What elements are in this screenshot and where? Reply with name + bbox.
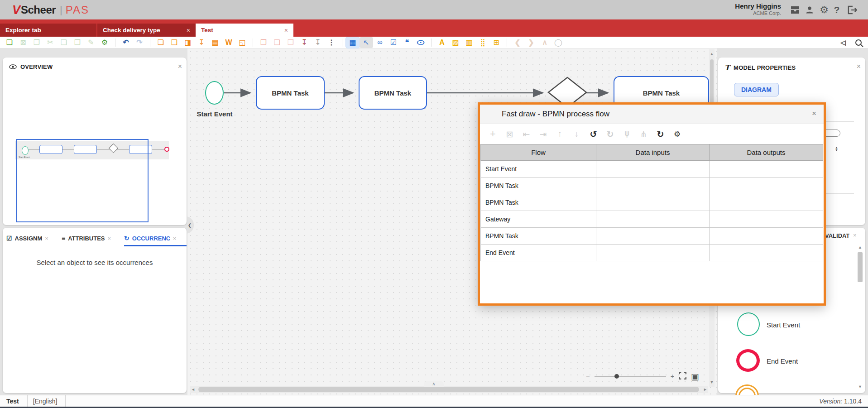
clear-icon[interactable]: ◯ bbox=[551, 37, 565, 48]
branch-icon[interactable]: ⋔ bbox=[619, 129, 635, 139]
move-down-icon[interactable]: ↓ bbox=[568, 129, 585, 139]
zoom-out-icon[interactable]: − bbox=[586, 373, 590, 380]
scroll-right-icon[interactable]: ► bbox=[703, 386, 707, 393]
close-panel-icon[interactable]: × bbox=[857, 62, 861, 71]
data-outputs-cell[interactable] bbox=[710, 194, 823, 211]
model-settings-icon[interactable]: ⚙ bbox=[98, 37, 111, 48]
tab-occurrences[interactable]: ↻ OCCURRENC × bbox=[124, 231, 183, 245]
export-report-icon[interactable]: ❑ bbox=[168, 37, 181, 48]
print-icon[interactable]: ▤ bbox=[208, 37, 222, 48]
zoom-in-icon[interactable]: + bbox=[671, 373, 674, 380]
flip-icon[interactable]: ◨ bbox=[181, 37, 195, 48]
copy-icon[interactable]: ❐ bbox=[30, 37, 43, 48]
collapse-bottom-handle[interactable]: ∧ bbox=[424, 381, 444, 387]
scroll-up-icon[interactable]: ▲ bbox=[709, 51, 715, 57]
help-icon[interactable]: ? bbox=[831, 4, 843, 16]
outdent-icon[interactable]: ⇤ bbox=[518, 129, 535, 139]
table-row[interactable]: End Event bbox=[481, 245, 823, 261]
data-inputs-cell[interactable] bbox=[596, 161, 710, 178]
grid-view-icon[interactable]: ▦ bbox=[346, 37, 360, 48]
redo-icon[interactable]: ↻ bbox=[602, 129, 619, 139]
column-header-data-inputs[interactable]: Data inputs bbox=[596, 144, 710, 161]
close-panel-icon[interactable]: × bbox=[178, 62, 182, 71]
table-row[interactable]: BPMN Task bbox=[481, 228, 823, 245]
data-outputs-cell[interactable] bbox=[710, 245, 823, 261]
user-account-icon[interactable] bbox=[804, 4, 815, 16]
bpmn-task-1[interactable]: BPMN Task bbox=[256, 76, 325, 110]
bpmn-task-2[interactable]: BPMN Task bbox=[359, 76, 427, 110]
undo-icon[interactable]: ↺ bbox=[585, 129, 602, 139]
settings-gear-icon[interactable]: ⚙ bbox=[818, 4, 830, 16]
nav-right-icon[interactable]: ❯ bbox=[524, 37, 538, 48]
data-outputs-cell[interactable] bbox=[710, 228, 823, 245]
insert-table-icon[interactable]: ⊞ bbox=[489, 37, 503, 48]
collapse-sidebar-icon[interactable]: ◁ bbox=[836, 37, 850, 48]
settings-icon[interactable]: ⚙ bbox=[669, 130, 686, 139]
column-header-flow[interactable]: Flow bbox=[481, 144, 596, 161]
zoom-slider[interactable] bbox=[595, 376, 666, 377]
logout-icon[interactable] bbox=[846, 4, 858, 16]
image-icon[interactable]: ▨ bbox=[449, 37, 462, 48]
export-model-icon[interactable]: ❏ bbox=[154, 37, 168, 48]
close-tab-icon[interactable]: × bbox=[284, 27, 288, 34]
indent-icon[interactable]: ⇥ bbox=[535, 129, 551, 139]
edit-pencil-icon[interactable]: ✎ bbox=[84, 37, 98, 48]
panel-scrollbar[interactable]: ▲ ▼ bbox=[857, 244, 863, 392]
new-file-icon[interactable]: ❏ bbox=[3, 37, 16, 48]
flow-cell[interactable]: BPMN Task bbox=[481, 228, 596, 245]
start-event-shape[interactable] bbox=[205, 81, 224, 105]
tab-check-delivery-type[interactable]: Check delivery type × bbox=[97, 24, 196, 37]
scroll-up-icon[interactable]: ▲ bbox=[857, 244, 863, 250]
pin-gray-icon[interactable]: ↧ bbox=[311, 37, 325, 48]
close-tab-icon[interactable]: × bbox=[173, 235, 177, 242]
data-outputs-cell[interactable] bbox=[710, 161, 823, 178]
data-inputs-cell[interactable] bbox=[596, 245, 710, 261]
scrollbar-thumb[interactable] bbox=[198, 387, 699, 392]
export-word-icon[interactable]: W bbox=[222, 37, 235, 48]
palette-end-event[interactable] bbox=[736, 349, 760, 372]
zoom-slider-thumb[interactable] bbox=[614, 374, 619, 379]
redo-icon[interactable]: ↷ bbox=[133, 37, 146, 48]
tab-test[interactable]: Test × bbox=[196, 24, 293, 37]
table-row[interactable]: Gateway bbox=[481, 211, 823, 228]
flow-cell[interactable]: Gateway bbox=[481, 211, 596, 228]
stepper-icon[interactable]: ▲▼ bbox=[835, 146, 838, 152]
data-outputs-cell[interactable] bbox=[710, 211, 823, 228]
scroll-left-icon[interactable]: ◄ bbox=[191, 386, 195, 393]
close-dialog-icon[interactable]: × bbox=[812, 109, 816, 118]
scroll-down-icon[interactable]: ▼ bbox=[709, 379, 715, 385]
inbox-tray-icon[interactable] bbox=[789, 4, 801, 16]
close-tab-icon[interactable]: × bbox=[45, 235, 48, 242]
refresh-icon[interactable]: ↻ bbox=[652, 129, 669, 139]
find-replace-icon[interactable]: ∞ bbox=[373, 37, 387, 48]
paste-link-icon[interactable]: ❑ bbox=[270, 37, 284, 48]
delete-row-icon[interactable]: ⊠ bbox=[501, 129, 518, 139]
flow-cell[interactable]: BPMN Task bbox=[481, 194, 596, 211]
nav-left-icon[interactable]: ❮ bbox=[511, 37, 524, 48]
paste-special-icon[interactable]: ❒ bbox=[71, 37, 84, 48]
toggle-icon[interactable]: ⊙ bbox=[410, 37, 432, 48]
flow-cell[interactable]: Start Event bbox=[481, 161, 596, 178]
cut-icon[interactable]: ✂ bbox=[43, 37, 57, 48]
scrollbar-thumb[interactable] bbox=[858, 252, 863, 282]
tab-attributes[interactable]: ≡ ATTRIBUTES × bbox=[62, 231, 120, 245]
scroll-down-icon[interactable]: ▼ bbox=[857, 384, 863, 390]
nav-up-icon[interactable]: ∧ bbox=[538, 37, 551, 48]
status-language[interactable]: [English] bbox=[28, 398, 66, 405]
data-inputs-cell[interactable] bbox=[596, 194, 710, 211]
table-row[interactable]: BPMN Task bbox=[481, 178, 823, 194]
multi-select-icon[interactable]: ☑ bbox=[387, 37, 400, 48]
fit-selection-icon[interactable]: ▣ bbox=[691, 373, 699, 380]
tab-validation[interactable]: VALIDAT bbox=[825, 232, 849, 239]
font-icon[interactable]: A bbox=[435, 37, 449, 48]
minimap-viewport[interactable] bbox=[16, 139, 149, 222]
table-row[interactable]: BPMN Task bbox=[481, 194, 823, 211]
tab-explorer[interactable]: Explorer tab bbox=[0, 24, 96, 37]
close-tab-icon[interactable]: × bbox=[108, 235, 111, 242]
palette-start-event[interactable] bbox=[737, 312, 760, 336]
flow-cell[interactable]: End Event bbox=[481, 245, 596, 261]
copy-link-icon[interactable]: ❐ bbox=[257, 37, 270, 48]
columns-icon[interactable]: ▥ bbox=[462, 37, 476, 48]
search-icon[interactable] bbox=[855, 39, 862, 46]
pin-icon[interactable]: ↧ bbox=[195, 37, 208, 48]
